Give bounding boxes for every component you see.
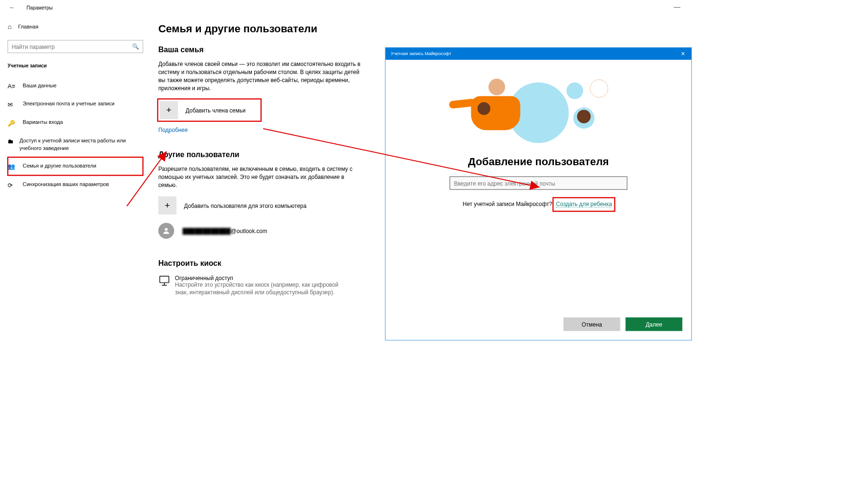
back-arrow-icon[interactable]: ← [8,3,17,13]
plus-icon: + [166,105,172,115]
kiosk-monitor-icon [158,275,175,290]
kiosk-title: Ограниченный доступ [175,275,342,281]
person-card-icon: A≡ [8,82,23,90]
dialog-titlebar: Учетная запись Майкрософт ✕ [385,47,691,60]
plus-icon-box: + [160,101,178,119]
briefcase-icon: 🖿 [8,137,19,145]
key-icon: 🔑 [8,119,23,127]
next-button[interactable]: Далее [626,318,683,331]
cancel-button[interactable]: Отмена [563,318,620,331]
svg-rect-1 [160,276,169,283]
dialog-heading: Добавление пользователя [468,156,609,168]
search-input[interactable] [8,40,143,53]
mail-icon: ✉ [8,100,23,108]
create-for-child-link[interactable]: Создать для ребенка [556,200,612,207]
kiosk-description: Настройте это устройство как киоск (напр… [175,281,342,296]
family-illustration [470,79,607,147]
ms-account-dialog: Учетная запись Майкрософт ✕ Добавление п… [385,47,692,341]
no-account-text: Нет учетной записи Майкрософт? [463,200,553,207]
add-family-member-button[interactable]: + Добавить члена семьи [158,100,260,121]
sidebar-home-label: Главная [18,23,38,29]
sync-icon: ⟳ [8,181,23,189]
search-box[interactable]: 🔍 [8,40,143,53]
sidebar-home[interactable]: ⌂ Главная [8,18,143,35]
dialog-title: Учетная запись Майкрософт [391,51,451,56]
search-icon: 🔍 [132,43,139,50]
sidebar-item-signin[interactable]: 🔑 Варианты входа [8,113,143,132]
sidebar-section-title: Учетные записи [8,63,143,68]
plus-icon-box: + [158,197,176,215]
family-description: Добавьте членов своей семьи — это позвол… [158,60,362,92]
plus-icon: + [165,200,170,211]
sidebar: ⌂ Главная 🔍 Учетные записи A≡ Ваши данны… [0,15,151,388]
close-icon[interactable]: ✕ [678,50,687,57]
page-title: Семья и другие пользователи [158,23,677,35]
sidebar-item-family[interactable]: 👥 Семья и другие пользователи [8,157,143,176]
sidebar-item-email[interactable]: ✉ Электронная почта и учетные записи [8,95,143,113]
user-email: ████████████@outlook.com [182,227,267,234]
sidebar-item-sync[interactable]: ⟳ Синхронизация ваших параметров [8,176,143,194]
home-icon: ⌂ [8,22,18,30]
svg-point-0 [165,228,168,231]
minimize-icon[interactable]: — [674,3,680,11]
others-description: Разрешите пользователям, не включенным в… [158,165,362,188]
sidebar-item-work-access[interactable]: 🖿 Доступ к учетной записи места работы и… [8,132,143,157]
avatar-icon [158,223,174,238]
sidebar-item-your-info[interactable]: A≡ Ваши данные [8,77,143,95]
learn-more-link[interactable]: Подробнее [158,127,188,133]
email-input[interactable] [449,176,628,190]
window-titlebar: ← Параметры [0,0,692,15]
window-title: Параметры [27,5,53,10]
people-icon: 👥 [8,162,23,170]
